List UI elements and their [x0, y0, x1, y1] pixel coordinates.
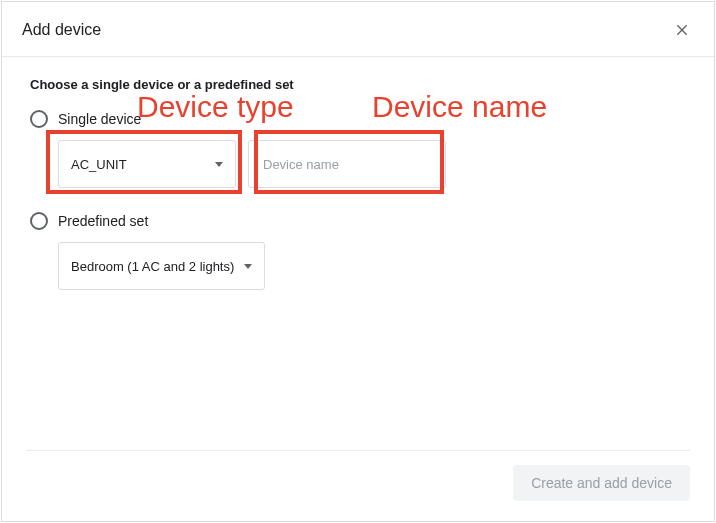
single-device-radio[interactable] — [30, 110, 48, 128]
divider — [26, 450, 690, 451]
predefined-set-controls: Bedroom (1 AC and 2 lights) — [58, 242, 686, 290]
dialog-footer: Create and add device — [2, 436, 714, 521]
chevron-down-icon — [215, 162, 223, 167]
device-name-input[interactable] — [248, 140, 446, 188]
prompt-text: Choose a single device or a predefined s… — [30, 77, 686, 92]
predefined-set-select[interactable]: Bedroom (1 AC and 2 lights) — [58, 242, 265, 290]
predefined-set-label: Predefined set — [58, 213, 148, 229]
device-type-select[interactable]: AC_UNIT — [58, 140, 236, 188]
dialog-content: Choose a single device or a predefined s… — [2, 57, 714, 334]
single-device-controls: AC_UNIT — [58, 140, 686, 188]
device-type-value: AC_UNIT — [71, 157, 127, 172]
close-icon — [674, 22, 690, 38]
close-button[interactable] — [670, 18, 694, 42]
chevron-down-icon — [244, 264, 252, 269]
predefined-set-radio[interactable] — [30, 212, 48, 230]
create-add-device-button[interactable]: Create and add device — [513, 465, 690, 501]
predefined-set-option: Predefined set — [30, 212, 686, 230]
add-device-dialog: Add device Choose a single device or a p… — [1, 1, 715, 522]
dialog-header: Add device — [2, 2, 714, 57]
dialog-title: Add device — [22, 21, 101, 39]
single-device-label: Single device — [58, 111, 141, 127]
predefined-set-value: Bedroom (1 AC and 2 lights) — [71, 259, 234, 274]
single-device-option: Single device — [30, 110, 686, 128]
